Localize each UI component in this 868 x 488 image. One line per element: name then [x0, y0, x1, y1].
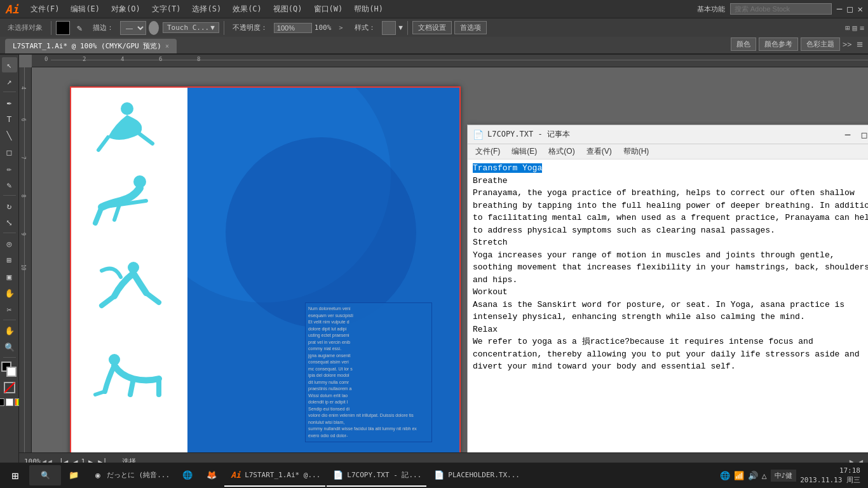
panel-color-btn[interactable]: 颜色	[731, 37, 756, 51]
black-swatch[interactable]	[0, 398, 4, 406]
first-choice-button[interactable]: 首选项	[454, 21, 487, 34]
system-clock[interactable]: 17:18 2013.11.13 周三	[800, 466, 860, 485]
type-tool[interactable]: T	[2, 111, 17, 126]
mesh-tool[interactable]: ⊞	[2, 252, 17, 268]
notepad1-icon: 📄	[332, 468, 344, 481]
workspace-label[interactable]: 基本功能	[697, 4, 725, 14]
menu-effect[interactable]: 效果(C)	[227, 3, 267, 16]
svg-line-1	[98, 137, 108, 150]
search-button[interactable]: 🔍	[29, 465, 61, 485]
menu-window[interactable]: 窗口(W)	[309, 3, 348, 16]
notepad-menu-file[interactable]: 文件(F)	[470, 145, 505, 158]
tool-sep-3	[3, 233, 16, 233]
notepad-minimize-button[interactable]: ─	[841, 128, 854, 141]
volume-icon[interactable]: 🔊	[748, 471, 758, 480]
illustrator-label: L7START_1.Ai* @...	[245, 471, 320, 479]
notepad-menu-help[interactable]: 帮助(H)	[618, 145, 654, 158]
menu-view[interactable]: 视图(Q)	[268, 3, 308, 16]
menu-text[interactable]: 文字(T)	[147, 3, 186, 16]
close-icon[interactable]: ✕	[858, 4, 863, 14]
blend-tool[interactable]: ◎	[2, 236, 17, 251]
stock-search-input[interactable]	[730, 3, 832, 15]
chevron-opacity[interactable]: ＞	[334, 22, 348, 34]
doc-settings-button[interactable]: 文档设置	[412, 21, 452, 34]
pencil-tool[interactable]: ✎	[2, 177, 17, 193]
eyedropper-tool[interactable]: ✋	[2, 285, 17, 301]
rect-tool[interactable]: □	[2, 144, 17, 159]
minimize-icon[interactable]: ─	[837, 4, 842, 14]
document-tab[interactable]: L7START_1.Ai* @ 100% (CMYK/GPU 预览) ×	[5, 39, 177, 53]
rotate-tool[interactable]: ↻	[2, 198, 17, 214]
toolbar: 未选择对象 ✎ 描边： — Touch C... ▼ 不透明度： 100% ＞ …	[0, 18, 868, 37]
menu-object[interactable]: 对象(O)	[106, 3, 146, 16]
fill-color-box[interactable]	[56, 21, 70, 35]
ime-indicator[interactable]: 中♪健	[771, 470, 797, 482]
taskbar-app-notepad-1[interactable]: 📄 L7COPY.TXT - 記...	[327, 464, 426, 487]
more-icon[interactable]: ≡	[860, 24, 864, 32]
ai-logo: Ai	[5, 3, 19, 16]
panel-tabs-area: 颜色 颜色参考 色彩主题 >> ≡	[731, 37, 863, 53]
canvas-content[interactable]: Num doloreetum veniesequam ver suscipist…	[32, 67, 868, 452]
yoga-figure-2	[83, 169, 172, 233]
notepad2-icon: 📄	[433, 468, 445, 481]
language-bar-icon[interactable]: 🌐	[720, 471, 730, 480]
hand-tool[interactable]: ✋	[2, 323, 17, 338]
paintbrush-tool[interactable]: ✏	[2, 161, 17, 176]
taskbar-app-notepad-2[interactable]: 📄 PLACEHOLDER.TX...	[428, 464, 525, 487]
stroke-swatch[interactable]	[6, 367, 17, 377]
arrange-icon[interactable]: ⊞	[845, 24, 850, 32]
maximize-icon[interactable]: □	[847, 4, 852, 14]
scale-tool[interactable]: ⤡	[2, 215, 17, 230]
canvas-area[interactable]: 0 2 4 6 8 4 6 7 8 9 10	[19, 55, 868, 470]
tab-close-button[interactable]: ×	[165, 43, 169, 50]
gradient-tool[interactable]: ▣	[2, 269, 17, 284]
stroke-circle-icon	[149, 21, 159, 35]
tab-label: L7START_1.Ai* @ 100% (CMYK/GPU 预览)	[13, 41, 161, 51]
menu-select[interactable]: 选择(S)	[187, 3, 226, 16]
ruler-vtick-9: 9	[20, 233, 26, 236]
opacity-input[interactable]	[274, 23, 312, 33]
zoom-tool[interactable]: 🔍	[2, 339, 17, 355]
menu-edit[interactable]: 编辑(E)	[65, 3, 105, 16]
ruler-tick-4: 8	[197, 56, 200, 62]
taskbar-app-illustrator[interactable]: Ai L7START_1.Ai* @...	[224, 464, 325, 487]
tab-bar: L7START_1.Ai* @ 100% (CMYK/GPU 预览) × 颜色 …	[0, 37, 868, 55]
file-explorer-icon: 📁	[67, 468, 80, 481]
panel-expand-icon[interactable]: >>	[843, 40, 851, 49]
style-box[interactable]	[382, 21, 396, 35]
blue-bg-circle-2	[226, 137, 416, 328]
touch-selector[interactable]: Touch C... ▼	[163, 22, 219, 33]
notepad-content[interactable]: Transform Yoga BreathePranayama, the yog…	[468, 159, 868, 452]
network-icon[interactable]: 📶	[734, 471, 744, 480]
start-button[interactable]: ⊞	[3, 463, 28, 488]
scissors-tool[interactable]: ✂	[2, 302, 17, 317]
taskbar-app-music[interactable]: ◉ だっとに (純音...	[86, 464, 175, 487]
right-tools: 基本功能 ─ □ ✕	[697, 3, 863, 15]
style-label: 样式：	[351, 22, 379, 34]
white-swatch[interactable]	[6, 398, 13, 406]
menu-help[interactable]: 帮助(H)	[349, 3, 388, 16]
stroke-select[interactable]: —	[120, 21, 146, 35]
additional-icons[interactable]: △	[762, 471, 767, 480]
notepad-maximize-button[interactable]: □	[858, 128, 868, 141]
taskbar-app-file-explorer[interactable]: 📁	[62, 464, 85, 487]
taskbar-app-firefox[interactable]: 🦊	[200, 464, 223, 487]
panel-menu-icon[interactable]: ≡	[857, 38, 863, 50]
notepad-menu-format[interactable]: 格式(O)	[543, 145, 580, 158]
pen-tool[interactable]: ✒	[2, 95, 17, 110]
direct-select-tool[interactable]: ↗	[2, 74, 17, 89]
select-tool[interactable]: ↖	[2, 57, 17, 72]
tool-sep-4	[3, 320, 16, 320]
menu-file[interactable]: 文件(F)	[25, 3, 65, 16]
panel-color-guide-btn[interactable]: 颜色参考	[759, 37, 798, 51]
line-tool[interactable]: ╲	[2, 128, 17, 143]
panel-color-theme-btn[interactable]: 色彩主题	[801, 37, 840, 51]
none-swatch[interactable]	[4, 382, 15, 393]
brush-icon[interactable]: ✎	[72, 21, 86, 35]
taskbar-app-edge[interactable]: 🌐	[176, 464, 199, 487]
notepad-menu-edit[interactable]: 编辑(E)	[506, 145, 542, 158]
ruler-tick-3: 6	[159, 56, 162, 62]
panel-layout-icon[interactable]: ▤	[853, 24, 857, 32]
notepad-menu-view[interactable]: 查看(V)	[581, 145, 617, 158]
style-chevron[interactable]: ▼	[398, 24, 403, 32]
